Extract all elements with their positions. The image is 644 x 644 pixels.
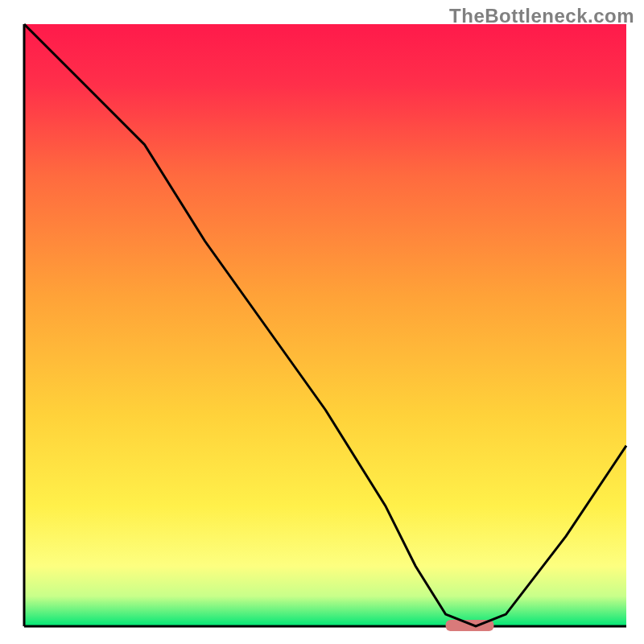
watermark-text: TheBottleneck.com bbox=[449, 5, 634, 27]
bottleneck-chart bbox=[0, 0, 644, 644]
chart-container: TheBottleneck.com bbox=[0, 0, 644, 644]
